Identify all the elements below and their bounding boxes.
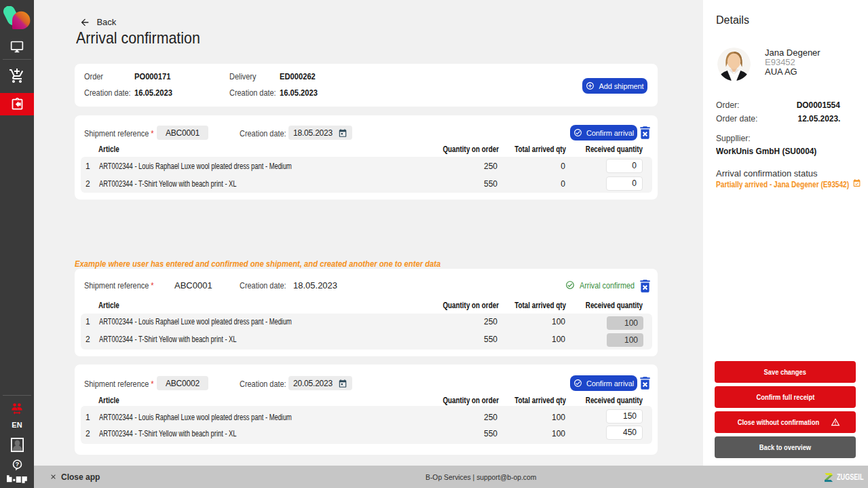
svg-text:?: ?: [15, 460, 19, 468]
